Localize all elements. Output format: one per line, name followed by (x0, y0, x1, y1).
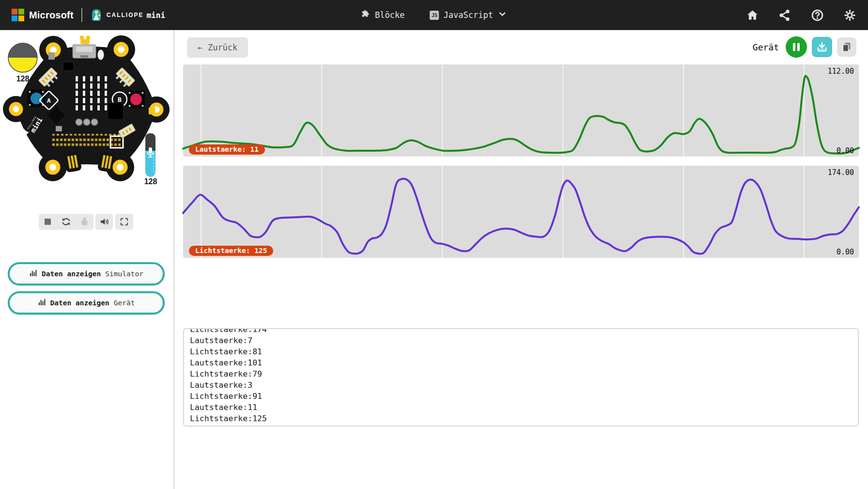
console-line: Lautstaerke:7 (190, 335, 852, 346)
console-line: Lautstaerke:3 (190, 379, 852, 391)
settings-gear-icon[interactable] (843, 9, 856, 22)
back-button[interactable]: ← Zurück (187, 37, 248, 58)
lautstaerke-chart (183, 64, 859, 157)
fullscreen-button[interactable] (115, 214, 133, 230)
download-icon (816, 41, 828, 53)
debug-bug-icon[interactable] (79, 217, 90, 227)
svg-text:A: A (47, 97, 51, 104)
editor-mode-switch: Blöcke JS JavaScript (361, 0, 507, 30)
javascript-icon: JS (430, 11, 439, 20)
board-logo-icon (80, 36, 91, 45)
bar-chart-icon (38, 298, 46, 308)
svg-text:B: B (118, 96, 122, 103)
tab-javascript-label: JavaScript (444, 10, 493, 20)
show-data-sim-label: Daten anzeigen (42, 270, 101, 278)
puzzle-icon (361, 9, 371, 21)
simulator-sidebar: 128 (0, 30, 174, 489)
console-output[interactable]: Lichtstaerke:174Lautstaerke:7Lichtstaerk… (183, 328, 859, 426)
chart-min-value: 0.00 (837, 248, 854, 256)
mute-button[interactable] (95, 214, 113, 230)
brand-calliope-label[interactable]: CALLIOPE (107, 12, 144, 18)
microsoft-logo-icon[interactable] (12, 9, 24, 21)
console-line: Lautstaerke:11 (190, 402, 852, 413)
console-line: Lautstaerke:101 (190, 357, 852, 368)
console-line: Lichtstaerke:125 (190, 413, 852, 424)
brand-divider (81, 8, 82, 22)
chevron-down-icon (497, 9, 507, 21)
stop-button[interactable] (43, 217, 53, 227)
pause-button[interactable] (786, 36, 807, 58)
calliope-logo-icon[interactable] (90, 8, 103, 22)
show-data-device-suffix: Gerät (114, 299, 135, 307)
download-csv-button[interactable] (812, 37, 832, 57)
console-line: Lichtstaerke:81 (190, 346, 852, 357)
device-toolbar: Gerät (753, 36, 856, 58)
tab-javascript[interactable]: JS JavaScript (430, 9, 507, 21)
microphone-value: 128 (142, 177, 159, 186)
home-icon[interactable] (746, 9, 759, 22)
console-lines: Lichtstaerke:174Lautstaerke:7Lichtstaerk… (184, 328, 858, 424)
help-icon[interactable] (811, 9, 824, 22)
brand-mini-label[interactable]: mini (146, 11, 165, 20)
yellow-component (149, 108, 155, 114)
restart-button[interactable] (61, 217, 71, 227)
copy-button[interactable] (837, 37, 856, 57)
show-data-device-button[interactable]: Daten anzeigen Gerät (8, 291, 165, 315)
reset-button[interactable] (98, 50, 104, 60)
topbar-brand: Microsoft CALLIOPE mini (0, 8, 165, 22)
chart-line-lichtstaerke (183, 179, 859, 254)
device-label: Gerät (753, 42, 779, 52)
lichtstaerke-chart (183, 166, 859, 258)
chart-panel-lautstaerke: 112.00 0.00 Lautstaerke: 11 (183, 64, 859, 157)
back-label: Zurück (208, 43, 237, 52)
share-icon[interactable] (778, 9, 791, 22)
console-line: Lichtstaerke:174 (190, 328, 852, 335)
topbar-actions (746, 9, 868, 22)
back-arrow-icon: ← (198, 43, 202, 52)
show-data-sim-suffix: Simulator (105, 270, 143, 278)
series-badge-lichtstaerke[interactable]: Lichtstaerke: 125 (189, 246, 273, 256)
copy-icon (841, 41, 852, 53)
bar-chart-icon (29, 269, 37, 279)
chart-panel-lichtstaerke: 174.00 0.00 Lichtstaerke: 125 (183, 166, 859, 258)
processor-chip (108, 103, 124, 120)
chart-max-value: 112.00 (828, 67, 854, 76)
microsoft-wordmark[interactable]: Microsoft (29, 10, 74, 21)
console-line: Lichtstaerke:79 (190, 368, 852, 379)
console-line: Lichtstaerke:91 (190, 391, 852, 402)
touch-pads (76, 119, 98, 126)
data-viewer: ← Zurück Gerät (174, 30, 868, 489)
chart-line-lautstaerke (183, 76, 859, 154)
simulator-controls (39, 214, 93, 230)
chart-max-value: 174.00 (828, 168, 854, 177)
series-badge-lautstaerke[interactable]: Lautstaerke: 11 (189, 144, 265, 155)
topbar: Microsoft CALLIOPE mini Blöcke JS JavaSc… (0, 0, 868, 30)
pause-icon (786, 36, 807, 58)
show-data-device-label: Daten anzeigen (50, 299, 109, 307)
tab-blocks[interactable]: Blöcke (361, 9, 404, 21)
tab-blocks-label: Blöcke (375, 10, 404, 20)
microphone-level-indicator[interactable] (145, 133, 157, 180)
usb-connector-icon (73, 45, 96, 58)
show-data-simulator-button[interactable]: Daten anzeigen Simulator (8, 262, 165, 285)
chart-min-value: 0.00 (837, 146, 854, 155)
